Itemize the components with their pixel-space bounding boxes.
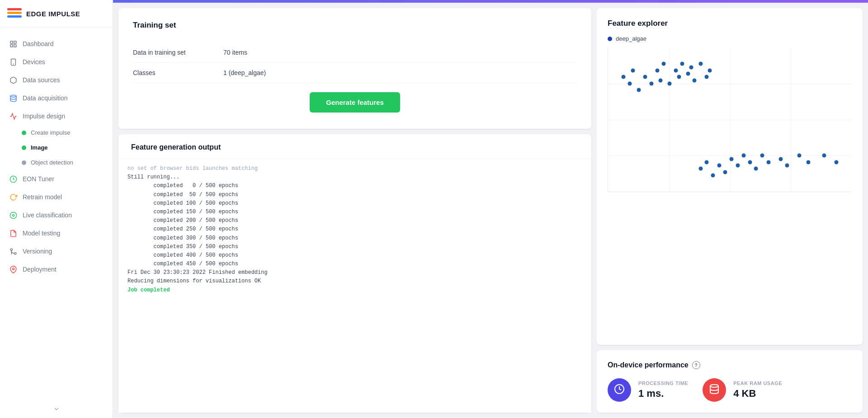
svg-rect-1 (14, 41, 16, 43)
sidebar-label-live-classification: Live classification (23, 211, 72, 219)
sidebar-label-dashboard: Dashboard (23, 40, 54, 47)
scatter-dot (658, 78, 662, 82)
content-area: Training set Data in training set 70 ite… (113, 3, 868, 418)
dashboard-icon (9, 40, 17, 48)
log-line: no set of browser bids launches matching (127, 164, 582, 173)
performance-card: On-device performance ? PROCESSING TIME (597, 350, 863, 413)
sidebar-item-create-impulse[interactable]: Create impulse (0, 125, 113, 140)
processing-time-value: 1 ms. (638, 388, 688, 399)
scatter-dot (779, 157, 783, 161)
scatter-dot (766, 160, 770, 164)
left-panel: Training set Data in training set 70 ite… (113, 3, 597, 418)
svg-point-12 (12, 268, 14, 269)
output-card-title: Feature generation output (131, 143, 579, 151)
scatter-dot (797, 154, 802, 158)
generate-features-button[interactable]: Generate features (310, 92, 400, 113)
log-line: completed 50 / 500 epochs (127, 191, 582, 199)
grid-v-3 (791, 47, 791, 192)
scatter-dot (760, 154, 764, 158)
scatter-dot (698, 167, 703, 171)
legend-dot-deep-algae (608, 37, 612, 41)
sidebar-label-model-testing: Model testing (23, 230, 60, 237)
database-icon (709, 384, 720, 396)
metric-processing-time: PROCESSING TIME 1 ms. (608, 378, 688, 402)
scatter-plot (608, 47, 852, 192)
sidebar-item-versioning[interactable]: Versioning (0, 242, 113, 260)
sidebar-item-dashboard[interactable]: Dashboard (0, 35, 113, 53)
clock-icon (614, 384, 625, 396)
sidebar-scroll-down[interactable] (0, 400, 113, 418)
training-set-title: Training set (133, 21, 577, 30)
metric-peak-ram: PEAK RAM USAGE 4 KB (703, 378, 782, 402)
sidebar: EDGE IMPULSE Dashboard Devices Data sour… (0, 0, 113, 418)
sidebar-label-data-sources: Data sources (23, 76, 60, 84)
classes-row: Classes 1 (deep_algae) (133, 63, 577, 83)
scatter-dot (631, 68, 635, 72)
log-line: Fri Dec 30 23:30:23 2022 Finished embedd… (127, 268, 582, 277)
sidebar-label-deployment: Deployment (23, 266, 57, 273)
grid-v-1 (669, 47, 670, 192)
generate-btn-wrap: Generate features (133, 83, 577, 116)
scatter-dot (711, 173, 715, 177)
svg-point-9 (12, 214, 14, 216)
log-line: completed 150 / 500 epochs (127, 208, 582, 216)
sidebar-label-image: Image (31, 144, 48, 151)
legend-label-deep-algae: deep_algae (616, 35, 646, 42)
data-value: 70 items (223, 49, 247, 56)
sidebar-item-impulse-design[interactable]: Impulse design (0, 107, 113, 125)
scatter-dot (742, 154, 746, 158)
feature-explorer-title: Feature explorer (608, 19, 852, 28)
training-set-card: Training set Data in training set 70 ite… (118, 8, 591, 129)
scatter-dot (661, 62, 665, 66)
versioning-icon (9, 247, 17, 255)
help-icon[interactable]: ? (692, 361, 700, 369)
scatter-dot (736, 164, 740, 168)
sidebar-item-devices[interactable]: Devices (0, 53, 113, 71)
sidebar-label-impulse-design: Impulse design (23, 113, 65, 120)
retrain-icon (9, 193, 17, 201)
dot-create-impulse (22, 131, 26, 135)
deployment-icon (9, 265, 17, 273)
sidebar-item-live-classification[interactable]: Live classification (0, 206, 113, 224)
feature-generation-output-card: Feature generation output no set of brow… (118, 134, 591, 413)
scatter-dot (754, 167, 758, 171)
scatter-dot (686, 72, 690, 76)
model-testing-icon (9, 229, 17, 237)
sidebar-item-data-acquisition[interactable]: Data acquisition (0, 89, 113, 107)
svg-rect-2 (10, 44, 13, 47)
scatter-dot (822, 154, 826, 158)
log-line: completed 400 / 500 epochs (127, 251, 582, 260)
scatter-dot (729, 157, 733, 161)
classes-value: 1 (deep_algae) (223, 69, 266, 76)
log-line: Still running... (127, 173, 582, 182)
sidebar-item-eon-tuner[interactable]: EON Tuner (0, 170, 113, 188)
log-line: completed 300 / 500 epochs (127, 234, 582, 243)
sidebar-item-image[interactable]: Image (0, 140, 113, 155)
scatter-dot (748, 160, 752, 164)
output-log[interactable]: no set of browser bids launches matching… (118, 159, 591, 413)
scatter-dot (643, 75, 647, 79)
sidebar-label-create-impulse: Create impulse (31, 129, 70, 136)
scatter-dot (649, 81, 653, 85)
log-line: completed 450 / 500 epochs (127, 260, 582, 268)
sidebar-label-retrain-model: Retrain model (23, 193, 62, 201)
scatter-dot (689, 65, 693, 69)
log-line: completed 200 / 500 epochs (127, 216, 582, 225)
performance-metrics: PROCESSING TIME 1 ms. PEAK RAM USAGE (608, 378, 852, 402)
data-label: Data in training set (133, 49, 223, 56)
svg-point-8 (10, 212, 16, 218)
peak-ram-label: PEAK RAM USAGE (733, 380, 782, 386)
sidebar-item-object-detection[interactable]: Object detection (0, 155, 113, 170)
sidebar-label-versioning: Versioning (23, 248, 52, 255)
sidebar-item-retrain-model[interactable]: Retrain model (0, 188, 113, 206)
log-line: completed 250 / 500 epochs (127, 225, 582, 234)
scatter-dot (680, 62, 684, 66)
sidebar-item-data-sources[interactable]: Data sources (0, 71, 113, 89)
log-line: completed 100 / 500 epochs (127, 199, 582, 208)
sidebar-item-deployment[interactable]: Deployment (0, 260, 113, 278)
brand-name: EDGE IMPULSE (26, 10, 80, 18)
sidebar-item-model-testing[interactable]: Model testing (0, 224, 113, 242)
dot-image (22, 146, 26, 150)
processing-time-info: PROCESSING TIME 1 ms. (638, 380, 688, 399)
scatter-dot (698, 62, 703, 66)
